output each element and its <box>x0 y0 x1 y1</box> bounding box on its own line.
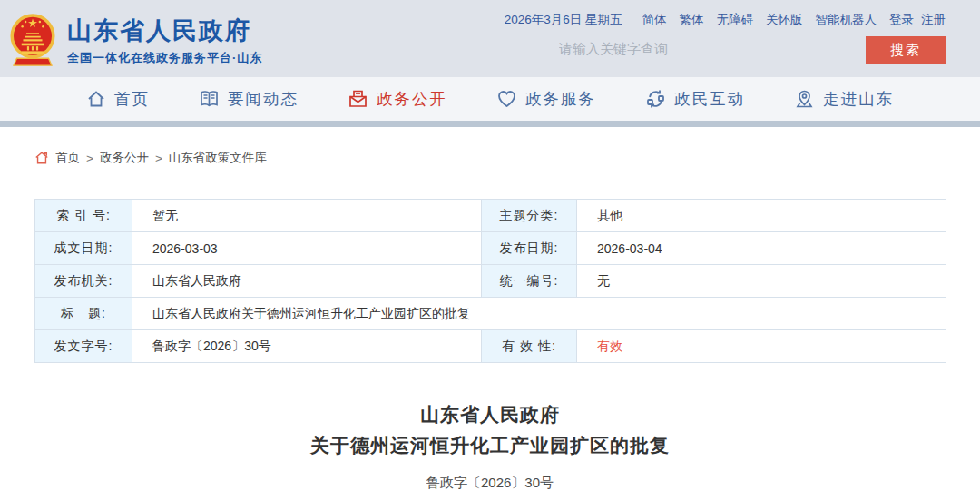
doc-number-label: 发文字号: <box>35 330 132 363</box>
nav-item-interaction[interactable]: 政民互动 <box>645 88 745 110</box>
nav-label: 走进山东 <box>823 88 894 110</box>
unified-number-label: 统一编号: <box>482 265 577 298</box>
home-icon <box>86 89 106 109</box>
nav-item-gov-services[interactable]: 政务服务 <box>496 88 596 110</box>
table-row: 索 引 号: 暂无 主题分类: 其他 <box>35 200 946 232</box>
link-care-version[interactable]: 关怀版 <box>766 12 803 28</box>
main-content: 首页 > 政务公开 > 山东省政策文件库 索 引 号: 暂无 主题分类: 其他 … <box>0 127 980 491</box>
interaction-icon <box>645 89 666 109</box>
nav-divider-band <box>0 121 980 127</box>
written-date-label: 成文日期: <box>35 232 132 265</box>
nav-label: 政务服务 <box>525 88 596 110</box>
nav-label: 政民互动 <box>674 88 745 110</box>
publisher-label: 发布机关: <box>35 265 132 298</box>
search-button[interactable]: 搜索 <box>866 36 946 64</box>
written-date-value: 2026-03-03 <box>132 232 482 265</box>
unified-number-value: 无 <box>577 265 946 298</box>
breadcrumb-separator: > <box>86 152 93 165</box>
search-input[interactable] <box>535 35 862 64</box>
validity-value: 有效 <box>577 330 946 363</box>
nav-item-about-shandong[interactable]: 走进山东 <box>794 88 894 110</box>
search-bar: 搜索 <box>535 35 946 64</box>
site-subtitle: 全国一体化在线政务服务平台·山东 <box>67 50 262 66</box>
title-label: 标 题: <box>35 298 132 330</box>
validity-label: 有 效 性: <box>482 330 577 363</box>
site-brand: 山东省人民政府 全国一体化在线政务服务平台·山东 <box>7 0 262 77</box>
breadcrumb-policy-library[interactable]: 山东省政策文件库 <box>169 150 267 166</box>
breadcrumb-gov-disclosure[interactable]: 政务公开 <box>100 150 149 166</box>
link-login[interactable]: 登录 <box>889 12 914 28</box>
topic-category-value: 其他 <box>577 200 946 232</box>
main-nav: 首页 要闻动态 政务公开 政务服务 政民互动 走进山东 <box>0 77 980 121</box>
title-value: 山东省人民政府关于德州运河恒升化工产业园扩区的批复 <box>132 298 946 330</box>
book-icon <box>199 89 220 109</box>
document-title-line2: 关于德州运河恒升化工产业园扩区的批复 <box>34 430 946 461</box>
table-row: 成文日期: 2026-03-03 发布日期: 2026-03-04 <box>35 232 946 265</box>
link-simplified[interactable]: 简体 <box>642 12 667 28</box>
index-number-label: 索 引 号: <box>35 200 132 232</box>
nav-item-home[interactable]: 首页 <box>86 88 150 110</box>
header-utility-bar: 2026年3月6日 星期五 简体 繁体 无障碍 关怀版 智能机器人 登录 注册 <box>505 12 946 28</box>
site-header: 山东省人民政府 全国一体化在线政务服务平台·山东 2026年3月6日 星期五 简… <box>0 0 980 77</box>
nav-label: 要闻动态 <box>228 88 299 110</box>
breadcrumb-home-icon <box>34 151 49 165</box>
topic-category-label: 主题分类: <box>482 200 577 232</box>
heart-icon <box>496 89 517 109</box>
breadcrumb-separator: > <box>155 152 162 165</box>
nav-label: 政务公开 <box>377 88 447 110</box>
site-title: 山东省人民政府 <box>67 16 262 45</box>
breadcrumb-home[interactable]: 首页 <box>55 150 80 166</box>
document-heading: 山东省人民政府 关于德州运河恒升化工产业园扩区的批复 鲁政字〔2026〕30号 <box>34 399 946 491</box>
publish-date-label: 发布日期: <box>482 232 577 265</box>
link-traditional[interactable]: 繁体 <box>680 12 704 28</box>
document-info-table: 索 引 号: 暂无 主题分类: 其他 成文日期: 2026-03-03 发布日期… <box>34 199 946 363</box>
table-row: 发文字号: 鲁政字〔2026〕30号 有 效 性: 有效 <box>35 330 946 363</box>
table-row: 标 题: 山东省人民政府关于德州运河恒升化工产业园扩区的批复 <box>35 298 946 330</box>
national-emblem-icon <box>7 12 58 70</box>
nav-item-news[interactable]: 要闻动态 <box>199 88 299 110</box>
envelope-icon <box>348 89 368 109</box>
current-date: 2026年3月6日 星期五 <box>505 12 622 28</box>
nav-label: 首页 <box>114 88 150 110</box>
breadcrumb: 首页 > 政务公开 > 山东省政策文件库 <box>34 127 946 166</box>
table-row: 发布机关: 山东省人民政府 统一编号: 无 <box>35 265 946 298</box>
link-smart-robot[interactable]: 智能机器人 <box>816 12 877 28</box>
index-number-value: 暂无 <box>132 200 482 232</box>
document-title-line1: 山东省人民政府 <box>34 399 946 430</box>
header-right: 2026年3月6日 星期五 简体 繁体 无障碍 关怀版 智能机器人 登录 注册 … <box>535 0 946 77</box>
document-number: 鲁政字〔2026〕30号 <box>34 475 946 491</box>
link-accessibility[interactable]: 无障碍 <box>717 12 754 28</box>
map-pin-icon <box>794 89 815 109</box>
doc-number-value: 鲁政字〔2026〕30号 <box>132 330 482 363</box>
publish-date-value: 2026-03-04 <box>577 232 946 265</box>
publisher-value: 山东省人民政府 <box>132 265 482 298</box>
nav-item-gov-disclosure[interactable]: 政务公开 <box>348 88 447 110</box>
link-register[interactable]: 注册 <box>921 12 946 28</box>
